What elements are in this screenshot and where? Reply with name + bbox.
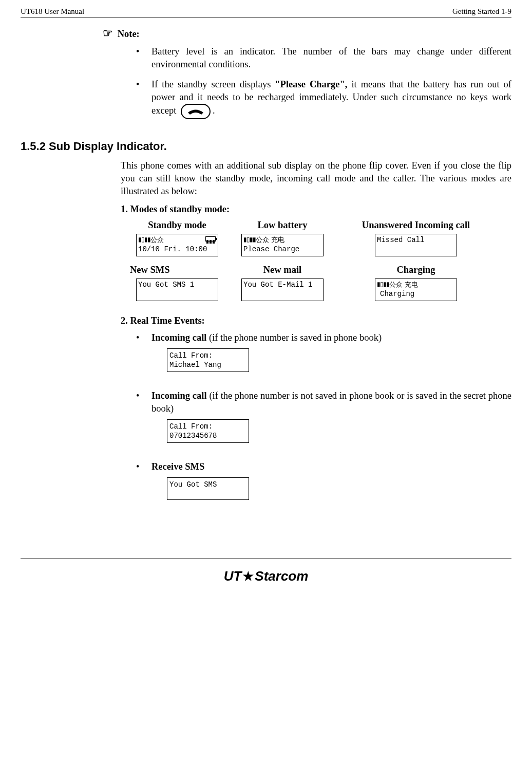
sub-display: You Got SMS: [167, 477, 249, 500]
display-line2: 07012345678: [169, 431, 246, 440]
mode-item: Charging ▮▯▮▮公众 充电 Charging: [336, 265, 496, 306]
realtime-text: Incoming call (if the phone number is no…: [151, 389, 511, 457]
realtime-bold: Receive SMS: [151, 461, 204, 472]
display-line1: Call From:: [169, 351, 246, 360]
realtime-heading: 2. Real Time Events:: [121, 315, 511, 326]
display-line1: 公众 充电: [389, 281, 418, 288]
mode-item: Low battery ▮▯▮▮公众 充电 Please Charge: [229, 220, 336, 262]
modes-row-1: Standby mode ▮▯▮▮公众 10/10 Fri. 10:00 Low…: [126, 220, 511, 262]
display-line1: 公众: [150, 236, 164, 244]
sub-display: You Got SMS 1: [136, 278, 218, 301]
logo-left: UT: [224, 568, 242, 584]
sub-display: Call From: 07012345678: [167, 419, 249, 443]
display-line1: You Got SMS 1: [138, 280, 216, 289]
note-bullets: • Battery level is an indicator. The num…: [136, 45, 511, 119]
sub-display: ▮▯▮▮公众 充电 Please Charge: [241, 234, 324, 256]
mode-item: Standby mode ▮▯▮▮公众 10/10 Fri. 10:00: [126, 220, 229, 262]
display-line1: You Got SMS: [169, 480, 246, 489]
mode-item: New SMS You Got SMS 1: [126, 265, 229, 306]
bullet-text: Battery level is an indicator. The numbe…: [151, 45, 511, 71]
bullet-dot-icon: •: [136, 45, 151, 71]
note-heading: ☞ Note:: [103, 27, 511, 40]
section-heading: 1.5.2 Sub Display Indicator.: [21, 140, 511, 153]
sub-display: Call From: Michael Yang: [167, 348, 249, 372]
realtime-list: • Incoming call (if the phone number is …: [136, 331, 511, 515]
realtime-bold: Incoming call: [151, 391, 207, 401]
section-title: Sub Display Indicator.: [49, 140, 167, 153]
display-line1: Missed Call: [377, 235, 455, 245]
mode-label: Charging: [336, 265, 496, 275]
mode-item: Unanswered Incoming call Missed Call: [336, 220, 496, 262]
display-line2: 10/10 Fri. 10:00: [138, 245, 216, 254]
star-icon: [242, 571, 254, 582]
realtime-item: • Incoming call (if the phone number is …: [136, 331, 511, 386]
note-bullet: • Battery level is an indicator. The num…: [136, 45, 511, 71]
realtime-post: (if the phone number is saved in phone b…: [206, 332, 382, 343]
bullet-tail: .: [213, 105, 215, 116]
section-number: 1.5.2: [21, 140, 46, 153]
signal-icon: ▮▯▮▮: [377, 281, 389, 289]
realtime-bold: Incoming call: [151, 332, 206, 343]
display-line1: Call From:: [169, 422, 246, 431]
footer-logo: UTStarcom: [0, 559, 532, 589]
bullet-dot-icon: •: [136, 460, 151, 514]
sub-display: You Got E-Mail 1: [241, 278, 324, 301]
modes-heading: 1. Modes of standby mode:: [121, 204, 511, 215]
modes-row-2: New SMS You Got SMS 1 New mail You Got E…: [126, 265, 511, 306]
intro-paragraph: This phone comes with an additional sub …: [121, 159, 511, 198]
logo-right: Starcom: [255, 568, 308, 584]
bullet-text: If the standby screen displays "Please C…: [151, 78, 511, 119]
mode-label: New mail: [229, 265, 336, 275]
display-line2: Charging: [377, 289, 455, 299]
page-header: UT618 User Manual Getting Started 1-9: [21, 7, 511, 17]
bullet-dot-icon: •: [136, 389, 151, 457]
pointer-icon: ☞: [103, 27, 113, 40]
mode-label: Standby mode: [126, 220, 229, 231]
realtime-item: • Receive SMS You Got SMS: [136, 460, 511, 514]
note-label: Note:: [118, 29, 140, 39]
bullet-dot-icon: •: [136, 78, 151, 119]
battery-icon: [205, 236, 216, 242]
realtime-text: Incoming call (if the phone number is sa…: [151, 331, 511, 386]
hangup-key-icon: [181, 104, 211, 119]
display-line2: Please Charge: [243, 245, 321, 254]
display-line1: 公众 充电: [256, 236, 284, 244]
mode-item: New mail You Got E-Mail 1: [229, 265, 336, 306]
mode-label: Unanswered Incoming call: [336, 220, 496, 231]
bullet-pre: If the standby screen displays: [151, 79, 275, 89]
mode-label: New SMS: [126, 265, 229, 275]
bullet-bold: "Please Charge",: [275, 79, 347, 89]
header-right: Getting Started 1-9: [452, 7, 511, 16]
mode-label: Low battery: [229, 220, 336, 231]
display-line1: You Got E-Mail 1: [243, 280, 321, 289]
sub-display: ▮▯▮▮公众 充电 Charging: [375, 278, 457, 301]
header-left: UT618 User Manual: [21, 7, 84, 16]
realtime-item: • Incoming call (if the phone number is …: [136, 389, 511, 457]
realtime-text: Receive SMS You Got SMS: [151, 460, 511, 514]
display-line2: Michael Yang: [169, 360, 246, 369]
bullet-dot-icon: •: [136, 331, 151, 386]
signal-icon: ▮▯▮▮: [138, 236, 150, 244]
signal-icon: ▮▯▮▮: [243, 236, 256, 244]
note-bullet: • If the standby screen displays "Please…: [136, 78, 511, 119]
sub-display: Missed Call: [375, 234, 457, 256]
sub-display: ▮▯▮▮公众 10/10 Fri. 10:00: [136, 234, 218, 256]
